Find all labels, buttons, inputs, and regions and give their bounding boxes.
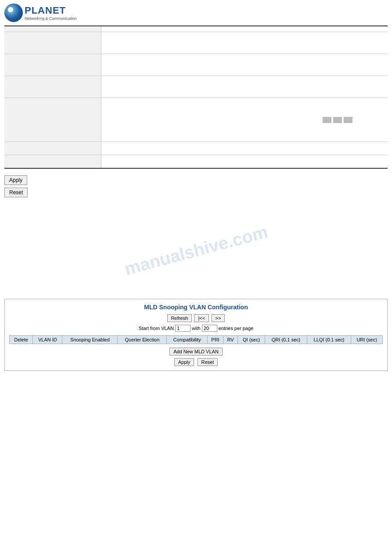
mld-bottom-buttons: Apply Reset xyxy=(9,358,383,366)
port-indicators xyxy=(323,117,352,123)
row-value xyxy=(101,26,388,32)
col-snooping-enabled: Snooping Enabled xyxy=(62,335,118,344)
table-row xyxy=(4,155,388,168)
row-label xyxy=(4,76,101,98)
row-label xyxy=(4,26,101,32)
port-box-3 xyxy=(344,117,352,123)
row-label xyxy=(4,155,101,168)
mld-add-action: Add New MLD VLAN xyxy=(9,348,383,355)
col-pri: PRI xyxy=(207,335,223,344)
config-table xyxy=(4,25,388,169)
port-box-1 xyxy=(323,117,331,123)
col-querier-election: Querier Election xyxy=(118,335,167,344)
row-value xyxy=(101,32,388,54)
row-label xyxy=(4,98,101,142)
add-mld-vlan-button[interactable]: Add New MLD VLAN xyxy=(169,348,223,355)
mld-controls: Refresh |<< >> xyxy=(9,314,383,322)
row-value xyxy=(101,54,388,76)
col-compatibility: Compatibility xyxy=(167,335,207,344)
table-row xyxy=(4,54,388,76)
start-vlan-input[interactable] xyxy=(175,325,191,332)
row-value xyxy=(101,142,388,155)
watermark-area: manualshive.com xyxy=(0,207,392,294)
col-uri: URI (sec) xyxy=(351,335,383,344)
table-row-ports xyxy=(4,98,388,142)
mld-reset-button[interactable]: Reset xyxy=(198,358,218,366)
table-row xyxy=(4,26,388,32)
col-qi: QI (sec) xyxy=(237,335,265,344)
col-qri: QRI (0.1 sec) xyxy=(265,335,307,344)
row-value xyxy=(101,155,388,168)
logo-text: PLANET Networking & Communication xyxy=(25,5,77,21)
mld-table-header-row: Delete VLAN ID Snooping Enabled Querier … xyxy=(10,335,383,344)
watermark: manualshive.com xyxy=(122,221,270,279)
brand-name: PLANET xyxy=(25,5,77,16)
row-value xyxy=(101,76,388,98)
col-llqi: LLQI (0.1 sec) xyxy=(307,335,351,344)
row-label xyxy=(4,142,101,155)
mld-pagination: Start from VLAN with entries per page xyxy=(9,325,383,332)
config-section xyxy=(4,25,388,169)
col-rv: RV xyxy=(223,335,238,344)
per-page-input[interactable] xyxy=(202,325,217,332)
brand-subtitle: Networking & Communication xyxy=(25,16,77,21)
col-vlan-id: VLAN ID xyxy=(33,335,62,344)
mld-table: Delete VLAN ID Snooping Enabled Querier … xyxy=(9,335,383,344)
table-row xyxy=(4,76,388,98)
mld-section: MLD Snooping VLAN Configuration Refresh … xyxy=(4,299,388,371)
mld-prev-button[interactable]: |<< xyxy=(194,314,209,322)
with-label: with xyxy=(192,326,201,331)
table-row xyxy=(4,142,388,155)
apply-button[interactable]: Apply xyxy=(4,175,27,185)
entries-label: entries per page xyxy=(219,326,254,331)
row-value xyxy=(101,98,388,142)
form-buttons: Apply Reset xyxy=(0,169,392,207)
reset-button[interactable]: Reset xyxy=(4,188,28,197)
mld-refresh-button[interactable]: Refresh xyxy=(167,314,192,322)
logo-icon xyxy=(4,4,23,22)
logo: PLANET Networking & Communication xyxy=(4,4,77,22)
row-label xyxy=(4,54,101,76)
port-box-2 xyxy=(333,117,342,123)
mld-next-button[interactable]: >> xyxy=(212,314,225,322)
start-label: Start from VLAN xyxy=(139,326,174,331)
mld-title: MLD Snooping VLAN Configuration xyxy=(9,304,383,311)
row-label xyxy=(4,32,101,54)
header: PLANET Networking & Communication xyxy=(0,0,392,25)
mld-apply-button[interactable]: Apply xyxy=(174,358,194,366)
table-row xyxy=(4,32,388,54)
col-delete: Delete xyxy=(10,335,33,344)
